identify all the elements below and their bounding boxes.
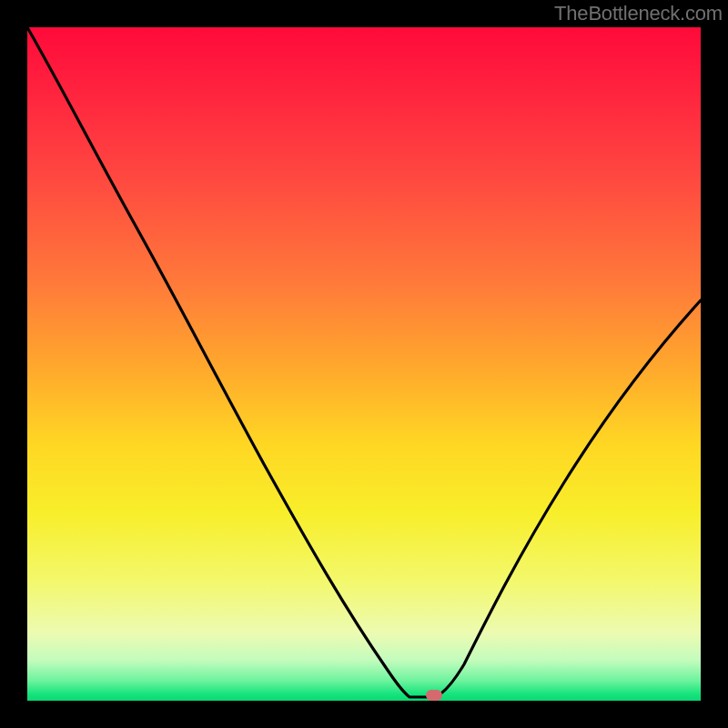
chart-frame: TheBottleneck.com [0,0,728,728]
plot-area [27,27,701,701]
curve-left-branch [27,27,435,697]
optimal-point-marker [426,690,442,701]
bottleneck-curve [27,27,701,701]
curve-right-branch [435,300,701,697]
watermark-text: TheBottleneck.com [554,2,723,25]
